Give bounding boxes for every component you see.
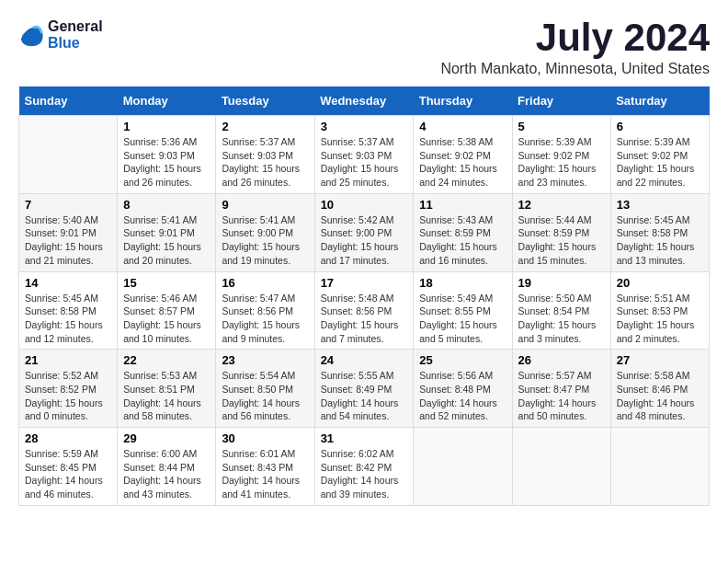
- calendar-cell: 16Sunrise: 5:47 AM Sunset: 8:56 PM Dayli…: [216, 271, 314, 350]
- calendar-cell: 9Sunrise: 5:41 AM Sunset: 9:00 PM Daylig…: [216, 193, 314, 271]
- week-row-2: 7Sunrise: 5:40 AM Sunset: 9:01 PM Daylig…: [19, 193, 710, 271]
- calendar-cell: 10Sunrise: 5:42 AM Sunset: 9:00 PM Dayli…: [314, 193, 414, 271]
- calendar-title: July 2024: [440, 18, 710, 57]
- calendar-cell: [19, 116, 118, 194]
- day-number: 25: [419, 353, 506, 367]
- day-info: Sunrise: 6:02 AM Sunset: 8:42 PM Dayligh…: [321, 447, 408, 501]
- calendar-cell: 21Sunrise: 5:52 AM Sunset: 8:52 PM Dayli…: [19, 350, 118, 428]
- day-info: Sunrise: 5:47 AM Sunset: 8:56 PM Dayligh…: [222, 292, 308, 346]
- calendar-subtitle: North Mankato, Minnesota, United States: [440, 61, 710, 77]
- day-info: Sunrise: 6:01 AM Sunset: 8:43 PM Dayligh…: [222, 447, 308, 501]
- calendar-cell: 28Sunrise: 5:59 AM Sunset: 8:45 PM Dayli…: [19, 428, 118, 506]
- day-number: 4: [419, 120, 506, 133]
- day-number: 26: [518, 353, 605, 367]
- calendar-cell: 25Sunrise: 5:56 AM Sunset: 8:48 PM Dayli…: [414, 350, 512, 428]
- calendar-cell: 20Sunrise: 5:51 AM Sunset: 8:53 PM Dayli…: [610, 271, 709, 350]
- day-info: Sunrise: 5:41 AM Sunset: 9:00 PM Dayligh…: [222, 213, 308, 268]
- day-info: Sunrise: 5:49 AM Sunset: 8:55 PM Dayligh…: [419, 292, 506, 346]
- day-number: 8: [123, 198, 210, 212]
- day-info: Sunrise: 5:51 AM Sunset: 8:53 PM Dayligh…: [617, 292, 703, 346]
- day-info: Sunrise: 5:40 AM Sunset: 9:01 PM Dayligh…: [25, 213, 111, 268]
- day-number: 7: [25, 198, 111, 212]
- header-cell-friday: Friday: [512, 86, 610, 116]
- day-number: 31: [321, 431, 408, 445]
- day-number: 30: [222, 431, 308, 445]
- calendar-cell: 15Sunrise: 5:46 AM Sunset: 8:57 PM Dayli…: [118, 271, 216, 350]
- day-info: Sunrise: 5:52 AM Sunset: 8:52 PM Dayligh…: [25, 369, 111, 423]
- calendar-cell: 6Sunrise: 5:39 AM Sunset: 9:02 PM Daylig…: [610, 116, 709, 194]
- calendar-cell: 14Sunrise: 5:45 AM Sunset: 8:58 PM Dayli…: [19, 271, 118, 350]
- day-info: Sunrise: 5:37 AM Sunset: 9:03 PM Dayligh…: [222, 135, 308, 190]
- header-cell-sunday: Sunday: [19, 86, 118, 116]
- day-number: 21: [25, 353, 111, 367]
- day-info: Sunrise: 5:42 AM Sunset: 9:00 PM Dayligh…: [321, 213, 408, 268]
- calendar-cell: 29Sunrise: 6:00 AM Sunset: 8:44 PM Dayli…: [118, 428, 216, 506]
- calendar-cell: 13Sunrise: 5:45 AM Sunset: 8:58 PM Dayli…: [610, 193, 709, 271]
- calendar-cell: [610, 428, 709, 506]
- calendar-cell: 18Sunrise: 5:49 AM Sunset: 8:55 PM Dayli…: [414, 271, 512, 350]
- week-row-5: 28Sunrise: 5:59 AM Sunset: 8:45 PM Dayli…: [19, 428, 710, 506]
- header-cell-thursday: Thursday: [414, 86, 512, 116]
- calendar-header: SundayMondayTuesdayWednesdayThursdayFrid…: [19, 86, 710, 116]
- week-row-1: 1Sunrise: 5:36 AM Sunset: 9:03 PM Daylig…: [19, 116, 710, 194]
- day-number: 11: [419, 198, 506, 212]
- calendar-cell: 8Sunrise: 5:41 AM Sunset: 9:01 PM Daylig…: [118, 193, 216, 271]
- day-number: 15: [123, 276, 210, 290]
- calendar-cell: 12Sunrise: 5:44 AM Sunset: 8:59 PM Dayli…: [512, 193, 610, 271]
- title-block: July 2024 North Mankato, Minnesota, Unit…: [440, 18, 710, 77]
- calendar-cell: 31Sunrise: 6:02 AM Sunset: 8:42 PM Dayli…: [314, 428, 414, 506]
- day-number: 9: [222, 198, 308, 212]
- day-info: Sunrise: 5:48 AM Sunset: 8:56 PM Dayligh…: [321, 292, 408, 346]
- calendar-cell: 4Sunrise: 5:38 AM Sunset: 9:02 PM Daylig…: [414, 116, 512, 194]
- calendar-cell: 2Sunrise: 5:37 AM Sunset: 9:03 PM Daylig…: [216, 116, 314, 194]
- day-info: Sunrise: 5:59 AM Sunset: 8:45 PM Dayligh…: [25, 447, 111, 501]
- day-info: Sunrise: 5:36 AM Sunset: 9:03 PM Dayligh…: [123, 135, 210, 190]
- day-number: 16: [222, 276, 308, 290]
- day-info: Sunrise: 5:57 AM Sunset: 8:47 PM Dayligh…: [518, 369, 605, 423]
- calendar-cell: 19Sunrise: 5:50 AM Sunset: 8:54 PM Dayli…: [512, 271, 610, 350]
- day-number: 13: [617, 198, 703, 212]
- calendar-cell: 24Sunrise: 5:55 AM Sunset: 8:49 PM Dayli…: [314, 350, 414, 428]
- day-info: Sunrise: 6:00 AM Sunset: 8:44 PM Dayligh…: [123, 447, 210, 501]
- logo: General Blue: [18, 18, 103, 52]
- calendar-cell: 11Sunrise: 5:43 AM Sunset: 8:59 PM Dayli…: [414, 193, 512, 271]
- calendar-cell: 5Sunrise: 5:39 AM Sunset: 9:02 PM Daylig…: [512, 116, 610, 194]
- day-info: Sunrise: 5:38 AM Sunset: 9:02 PM Dayligh…: [419, 135, 506, 190]
- day-info: Sunrise: 5:45 AM Sunset: 8:58 PM Dayligh…: [25, 292, 111, 346]
- day-info: Sunrise: 5:37 AM Sunset: 9:03 PM Dayligh…: [321, 135, 408, 190]
- day-info: Sunrise: 5:39 AM Sunset: 9:02 PM Dayligh…: [617, 135, 703, 190]
- day-info: Sunrise: 5:54 AM Sunset: 8:50 PM Dayligh…: [222, 369, 308, 423]
- calendar-body: 1Sunrise: 5:36 AM Sunset: 9:03 PM Daylig…: [19, 116, 710, 506]
- day-info: Sunrise: 5:50 AM Sunset: 8:54 PM Dayligh…: [518, 292, 605, 346]
- header-cell-wednesday: Wednesday: [314, 86, 414, 116]
- day-number: 1: [123, 120, 210, 133]
- week-row-3: 14Sunrise: 5:45 AM Sunset: 8:58 PM Dayli…: [19, 271, 710, 350]
- day-number: 3: [321, 120, 408, 133]
- header-cell-saturday: Saturday: [610, 86, 709, 116]
- day-number: 28: [25, 431, 111, 445]
- day-info: Sunrise: 5:43 AM Sunset: 8:59 PM Dayligh…: [419, 213, 506, 268]
- day-number: 14: [25, 276, 111, 290]
- day-number: 12: [518, 198, 605, 212]
- day-number: 17: [321, 276, 408, 290]
- header-cell-monday: Monday: [118, 86, 216, 116]
- day-info: Sunrise: 5:53 AM Sunset: 8:51 PM Dayligh…: [123, 369, 210, 423]
- logo-text: General Blue: [48, 18, 103, 52]
- day-info: Sunrise: 5:55 AM Sunset: 8:49 PM Dayligh…: [321, 369, 408, 423]
- day-number: 10: [321, 198, 408, 212]
- page-header: General Blue July 2024 North Mankato, Mi…: [18, 18, 710, 77]
- day-info: Sunrise: 5:44 AM Sunset: 8:59 PM Dayligh…: [518, 213, 605, 268]
- day-number: 23: [222, 353, 308, 367]
- calendar-cell: [414, 428, 512, 506]
- day-info: Sunrise: 5:45 AM Sunset: 8:58 PM Dayligh…: [617, 213, 703, 268]
- day-number: 24: [321, 353, 408, 367]
- calendar-cell: 3Sunrise: 5:37 AM Sunset: 9:03 PM Daylig…: [314, 116, 414, 194]
- day-info: Sunrise: 5:46 AM Sunset: 8:57 PM Dayligh…: [123, 292, 210, 346]
- calendar-cell: 26Sunrise: 5:57 AM Sunset: 8:47 PM Dayli…: [512, 350, 610, 428]
- header-cell-tuesday: Tuesday: [216, 86, 314, 116]
- calendar-table: SundayMondayTuesdayWednesdayThursdayFrid…: [18, 86, 710, 506]
- day-number: 20: [617, 276, 703, 290]
- day-number: 29: [123, 431, 210, 445]
- calendar-cell: [512, 428, 610, 506]
- day-number: 6: [617, 120, 703, 133]
